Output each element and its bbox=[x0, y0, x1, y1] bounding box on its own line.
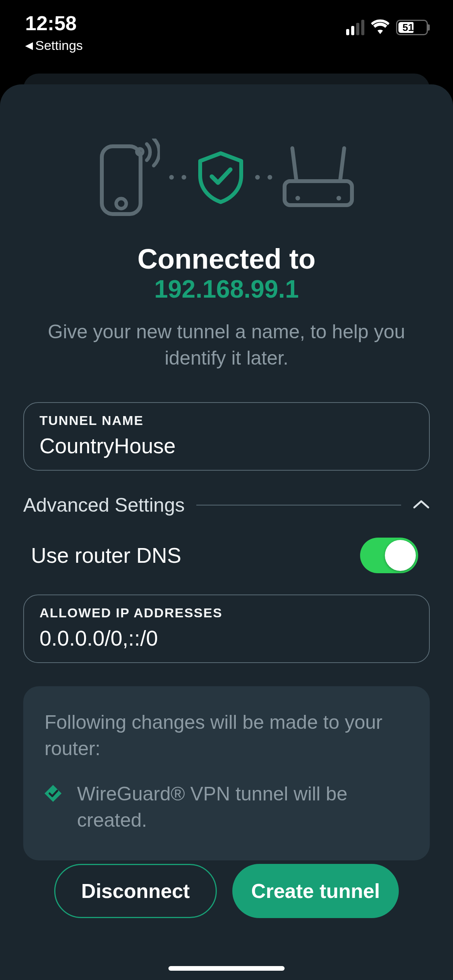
tunnel-hint-text: Give your new tunnel a name, to help you… bbox=[23, 319, 430, 371]
shield-check-icon bbox=[196, 150, 246, 204]
back-to-settings-link[interactable]: ◀ Settings bbox=[25, 38, 83, 53]
changes-card-item-text: WireGuard® VPN tunnel will be created. bbox=[77, 781, 408, 833]
connection-illustration bbox=[23, 139, 430, 216]
changes-card-item: WireGuard® VPN tunnel will be created. bbox=[45, 781, 408, 833]
router-icon bbox=[281, 144, 355, 210]
svg-point-6 bbox=[295, 196, 300, 200]
tunnel-name-label: TUNNEL NAME bbox=[39, 413, 414, 428]
phone-signal-icon bbox=[98, 139, 160, 216]
action-bar: Disconnect Create tunnel bbox=[23, 864, 430, 949]
advanced-settings-toggle[interactable]: Advanced Settings bbox=[23, 494, 430, 516]
battery-percentage: 51 bbox=[403, 22, 414, 34]
svg-point-1 bbox=[116, 199, 126, 209]
check-diamond-icon bbox=[45, 785, 62, 802]
use-router-dns-label: Use router DNS bbox=[31, 543, 181, 568]
cellular-signal-icon bbox=[346, 20, 364, 35]
back-triangle-icon: ◀ bbox=[25, 39, 33, 51]
changes-card: Following changes will be made to your r… bbox=[23, 686, 430, 860]
chevron-up-icon bbox=[413, 499, 430, 511]
status-time: 12:58 bbox=[25, 12, 83, 35]
dots-left bbox=[169, 175, 186, 180]
svg-rect-8 bbox=[45, 785, 62, 802]
tunnel-name-field[interactable]: TUNNEL NAME bbox=[23, 402, 430, 471]
svg-point-7 bbox=[336, 196, 341, 200]
status-bar: 12:58 ◀ Settings 51 bbox=[0, 0, 453, 50]
allowed-ip-label: ALLOWED IP ADDRESSES bbox=[39, 605, 414, 620]
connection-heading: Connected to 192.168.99.1 bbox=[23, 243, 430, 303]
use-router-dns-row: Use router DNS bbox=[23, 538, 430, 573]
connected-to-label: Connected to bbox=[23, 243, 430, 275]
changes-card-intro: Following changes will be made to your r… bbox=[45, 709, 408, 762]
use-router-dns-switch[interactable] bbox=[360, 538, 418, 573]
disconnect-button[interactable]: Disconnect bbox=[54, 864, 217, 918]
tunnel-name-input[interactable] bbox=[39, 433, 414, 458]
advanced-settings-label: Advanced Settings bbox=[23, 494, 185, 516]
tunnel-setup-sheet: Connected to 192.168.99.1 Give your new … bbox=[0, 84, 453, 980]
allowed-ip-input[interactable] bbox=[39, 626, 414, 651]
svg-line-3 bbox=[292, 148, 296, 179]
back-label: Settings bbox=[35, 38, 83, 53]
create-tunnel-button[interactable]: Create tunnel bbox=[232, 864, 399, 918]
svg-line-4 bbox=[340, 148, 344, 179]
svg-rect-5 bbox=[285, 181, 352, 205]
advanced-divider bbox=[196, 505, 401, 505]
wifi-icon bbox=[371, 19, 390, 36]
dots-right bbox=[255, 175, 272, 180]
battery-icon: 51 bbox=[396, 20, 428, 35]
allowed-ip-field[interactable]: ALLOWED IP ADDRESSES bbox=[23, 595, 430, 663]
connected-ip-value: 192.168.99.1 bbox=[23, 275, 430, 303]
home-indicator[interactable] bbox=[168, 966, 285, 971]
svg-rect-0 bbox=[102, 146, 141, 214]
